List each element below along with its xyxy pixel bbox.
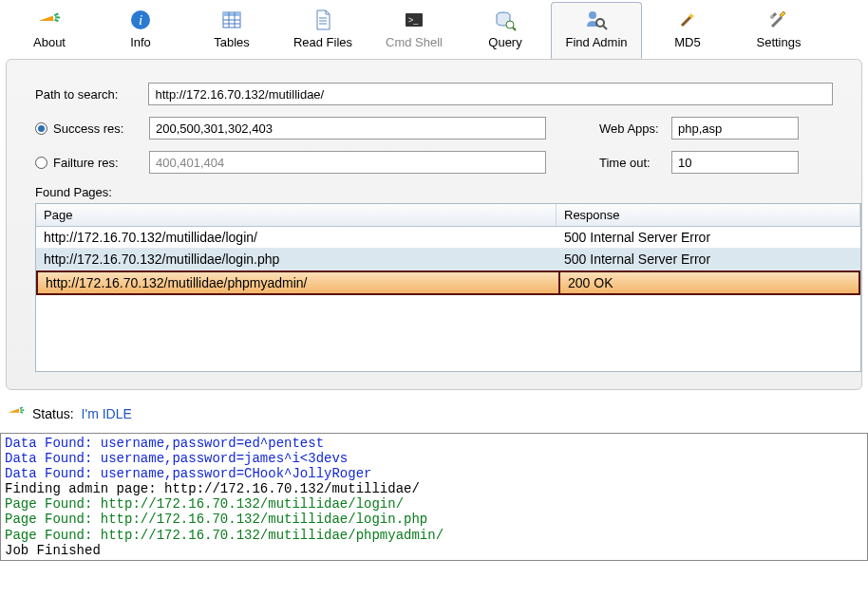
status-bar: Status: I'm IDLE xyxy=(0,390,868,433)
grid-header: Page Response xyxy=(36,204,860,227)
log-line: Finding admin page: http://172.16.70.132… xyxy=(5,481,420,496)
log-line: Data Found: username,password=james^i<3d… xyxy=(5,451,348,466)
log-line: Page Found: http://172.16.70.132/mutilli… xyxy=(5,496,404,512)
svg-point-20 xyxy=(770,15,774,19)
path-label: Path to search: xyxy=(35,87,148,102)
log-line: Data Found: username,password=CHook^Joll… xyxy=(5,466,371,481)
success-res-input[interactable] xyxy=(149,117,546,140)
settings-icon xyxy=(765,7,792,33)
cmd-shell-label: Cmd Shell xyxy=(386,35,443,49)
md5-button[interactable]: MD5 xyxy=(642,2,733,59)
main-toolbar: About i Info Tables Read Files >_ Cmd Sh… xyxy=(0,0,868,59)
file-icon xyxy=(310,7,336,33)
log-line: Page Found: http://172.16.70.132/mutilli… xyxy=(5,528,443,543)
status-value: I'm IDLE xyxy=(82,406,132,421)
svg-line-19 xyxy=(682,16,691,26)
found-pages-label: Found Pages: xyxy=(35,185,833,199)
success-radio[interactable] xyxy=(35,122,47,135)
failure-res-label[interactable]: Failture res: xyxy=(35,156,149,170)
success-res-text: Success res: xyxy=(53,121,123,136)
find-admin-button[interactable]: Find Admin xyxy=(551,2,642,59)
info-button[interactable]: i Info xyxy=(95,2,186,59)
svg-point-16 xyxy=(589,11,596,19)
failure-res-text: Failture res: xyxy=(53,156,119,170)
md5-label: MD5 xyxy=(674,35,700,49)
tables-button[interactable]: Tables xyxy=(186,2,277,59)
svg-line-15 xyxy=(513,28,516,30)
svg-text:>_: >_ xyxy=(408,15,419,25)
svg-point-14 xyxy=(506,21,514,28)
cell-response: 500 Internal Server Error xyxy=(557,227,860,248)
col-response[interactable]: Response xyxy=(557,204,860,226)
info-label: Info xyxy=(130,35,151,49)
log-line: Page Found: http://172.16.70.132/mutilli… xyxy=(5,512,427,527)
carrot-icon xyxy=(8,403,25,423)
cell-response: 200 OK xyxy=(558,272,859,293)
terminal-icon: >_ xyxy=(401,7,427,33)
found-pages-grid[interactable]: Page Response http://172.16.70.132/mutil… xyxy=(35,203,861,372)
cell-page: http://172.16.70.132/mutillidae/phpmyadm… xyxy=(38,272,558,293)
webapps-label: Web Apps: xyxy=(599,121,671,136)
svg-point-17 xyxy=(596,19,604,27)
svg-text:i: i xyxy=(139,12,142,28)
about-button[interactable]: About xyxy=(4,2,95,59)
settings-label: Settings xyxy=(757,35,802,49)
log-output[interactable]: Data Found: username,password=ed^pentest… xyxy=(0,433,868,561)
log-line: Data Found: username,password=ed^pentest xyxy=(5,436,324,451)
query-icon xyxy=(492,7,519,33)
settings-button[interactable]: Settings xyxy=(733,2,824,59)
table-row[interactable]: http://172.16.70.132/mutillidae/login.ph… xyxy=(36,249,860,270)
find-admin-icon xyxy=(583,7,610,33)
cell-response: 500 Internal Server Error xyxy=(557,249,860,270)
status-label: Status: xyxy=(32,406,74,421)
info-icon: i xyxy=(127,7,154,33)
svg-rect-3 xyxy=(223,12,240,16)
cell-page: http://172.16.70.132/mutillidae/login.ph… xyxy=(36,249,557,270)
find-admin-panel: Path to search: Success res: Web Apps: F… xyxy=(6,59,862,390)
log-line: Job Finished xyxy=(5,543,101,558)
failure-res-input[interactable] xyxy=(149,151,546,174)
tables-label: Tables xyxy=(214,35,250,49)
svg-line-18 xyxy=(603,26,607,29)
success-res-label[interactable]: Success res: xyxy=(35,121,149,136)
query-label: Query xyxy=(488,35,521,49)
webapps-input[interactable] xyxy=(671,117,799,140)
cmd-shell-button[interactable]: >_ Cmd Shell xyxy=(368,2,460,59)
read-files-label: Read Files xyxy=(293,35,352,49)
carrot-icon xyxy=(36,7,63,33)
about-label: About xyxy=(33,35,66,49)
read-files-button[interactable]: Read Files xyxy=(277,2,368,59)
table-row[interactable]: http://172.16.70.132/mutillidae/login/ 5… xyxy=(36,227,860,249)
table-row-highlighted[interactable]: http://172.16.70.132/mutillidae/phpmyadm… xyxy=(36,270,860,295)
cell-page: http://172.16.70.132/mutillidae/login/ xyxy=(36,227,557,248)
path-input[interactable] xyxy=(148,83,833,105)
tables-icon xyxy=(218,7,245,33)
find-admin-label: Find Admin xyxy=(565,35,627,49)
wand-icon xyxy=(674,7,701,33)
col-page[interactable]: Page xyxy=(36,204,557,226)
timeout-label: Time out: xyxy=(599,156,671,170)
timeout-input[interactable] xyxy=(671,151,799,174)
query-button[interactable]: Query xyxy=(460,2,551,59)
failure-radio[interactable] xyxy=(35,157,47,169)
